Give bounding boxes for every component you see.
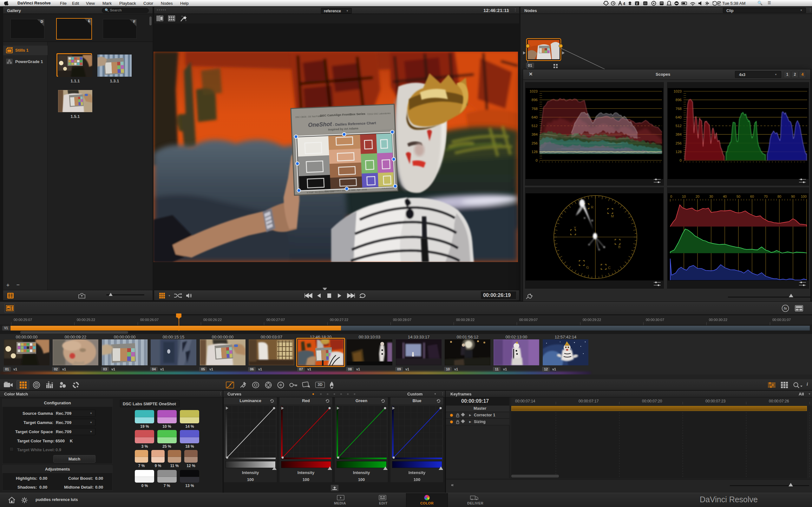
svg-text:30: 30 xyxy=(709,194,713,199)
svg-text:768: 768 xyxy=(531,107,538,111)
svg-text:768: 768 xyxy=(676,107,681,111)
svg-text:20: 20 xyxy=(696,194,699,199)
svg-text:896: 896 xyxy=(531,98,538,102)
svg-text:01: 01 xyxy=(528,63,532,68)
svg-text:128: 128 xyxy=(531,150,538,154)
svg-text:Y: Y xyxy=(574,226,576,230)
svg-text:R: R xyxy=(591,205,594,209)
svg-text:512: 512 xyxy=(531,124,538,128)
svg-text:128: 128 xyxy=(676,150,681,154)
svg-text:0: 0 xyxy=(670,194,672,199)
svg-text:896: 896 xyxy=(676,98,681,102)
svg-text:640: 640 xyxy=(676,115,681,119)
svg-text:0: 0 xyxy=(680,158,681,162)
svg-text:384: 384 xyxy=(531,132,538,136)
svg-text:50: 50 xyxy=(737,194,740,199)
svg-text:1023: 1023 xyxy=(673,89,681,93)
svg-text:4: 4 xyxy=(623,1,625,6)
svg-text:M: M xyxy=(611,214,614,218)
svg-text:G: G xyxy=(586,266,589,269)
svg-text:384: 384 xyxy=(676,132,682,136)
svg-text:40: 40 xyxy=(723,194,727,199)
svg-text:256: 256 xyxy=(531,141,538,145)
svg-text:60: 60 xyxy=(750,194,754,199)
svg-text:640: 640 xyxy=(531,115,538,119)
svg-text:B: B xyxy=(618,245,620,249)
svg-text:256: 256 xyxy=(676,141,681,145)
svg-text:70: 70 xyxy=(764,194,768,199)
svg-text:100: 100 xyxy=(801,194,807,199)
svg-text:fx: fx xyxy=(784,306,787,310)
svg-text:1023: 1023 xyxy=(529,89,538,93)
svg-text:90: 90 xyxy=(791,194,795,199)
svg-text:512: 512 xyxy=(676,124,681,128)
svg-text:V: V xyxy=(636,2,638,5)
svg-text:C: C xyxy=(608,266,611,270)
svg-text:10: 10 xyxy=(682,194,686,199)
svg-text:80: 80 xyxy=(777,194,781,199)
svg-text:0: 0 xyxy=(536,158,538,162)
